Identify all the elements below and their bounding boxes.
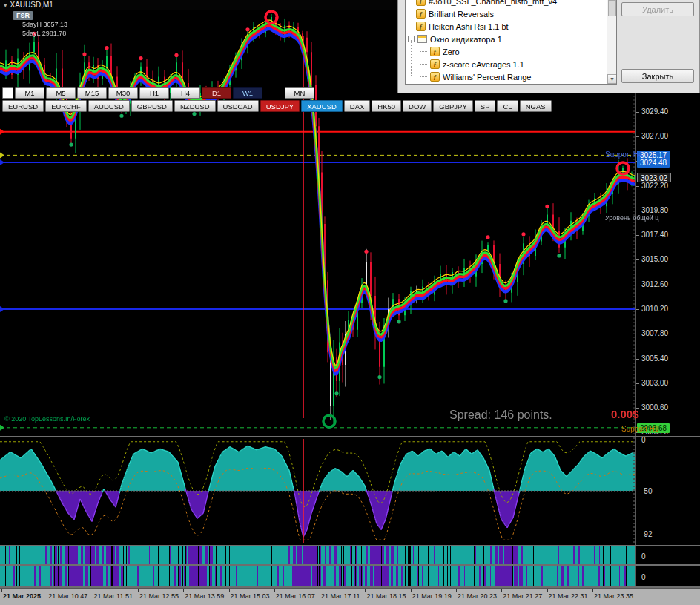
price-scale-tick: 3027.00 <box>641 132 668 141</box>
symbol-tab-xauusd[interactable]: XAUUSD <box>301 100 343 112</box>
timeframe-button-h1[interactable]: H1 <box>139 87 169 99</box>
time-axis-tick <box>547 589 548 592</box>
symbol-tab-audusd[interactable]: AUDUSD <box>88 100 130 112</box>
function-icon: ƒ <box>430 72 440 82</box>
tree-connector-line <box>411 40 412 76</box>
time-axis-label: 21 Mar 17:11 <box>321 592 360 600</box>
panel-separator[interactable] <box>0 545 700 546</box>
price-scale-tick: 3010.20 <box>641 305 668 314</box>
oscillator-canvas[interactable] <box>0 437 635 545</box>
function-icon: ƒ <box>430 47 440 56</box>
price-scale-tick: 3012.60 <box>641 280 668 289</box>
indicator-name: z-score eAverages 1.1 <box>443 60 524 69</box>
arrow-down-icon: ▼ <box>610 76 615 82</box>
support-h4-label: Support H4 <box>605 151 643 159</box>
time-axis-tick <box>501 589 502 592</box>
price-scale-tick: 3003.00 <box>641 379 668 388</box>
time-axis-tick <box>592 589 593 592</box>
function-icon: ƒ <box>430 59 440 69</box>
indicator-name: Heiken Ashi Rsi 1.1 bt <box>429 22 509 31</box>
time-axis-label: 21 Mar 2025 <box>3 592 41 600</box>
time-axis-label: 21 Mar 20:23 <box>458 592 497 600</box>
symbol-tab-nzdusd[interactable]: NZDUSD <box>174 100 216 112</box>
time-axis: 21 Mar 202521 Mar 10:4721 Mar 11:5121 Ma… <box>0 588 700 605</box>
indicator-list-item[interactable]: −Окно индикатора 1 <box>406 33 616 45</box>
indicators-dialog: ƒ#3o10_SSL_Channel_histo_mtf_v4ƒBrillian… <box>397 0 700 93</box>
timeframe-button-h4[interactable]: H4 <box>171 87 200 99</box>
timeframe-button-m15[interactable]: M15 <box>77 87 107 99</box>
symbol-tab-cl[interactable]: CL <box>497 100 518 112</box>
time-axis-label: 21 Mar 19:19 <box>412 592 452 600</box>
symbol-tab-ngas[interactable]: NGAS <box>520 100 552 112</box>
time-axis-label: 21 Mar 18:15 <box>366 592 406 600</box>
timeframe-button-mn[interactable]: MN <box>285 87 314 99</box>
delete-indicator-button[interactable]: Удалить <box>621 2 694 16</box>
timeframe-button-w1[interactable]: W1 <box>233 87 262 99</box>
chevron-down-icon[interactable]: ▾ <box>4 1 7 9</box>
panel-separator[interactable] <box>0 436 700 437</box>
symbol-tab-eurchf[interactable]: EURCHF <box>45 100 87 112</box>
time-axis-label: 21 Mar 13:59 <box>185 592 224 600</box>
chart-template-button[interactable] <box>2 87 13 99</box>
time-axis-label: 21 Mar 22:31 <box>549 592 588 600</box>
indicator-list-scrollbar[interactable]: ▼ <box>607 0 616 84</box>
symbol-toolbar: EURUSDEURCHFAUDUSDGBPUSDNZDUSDUSDCADUSDJ… <box>2 100 552 112</box>
close-dialog-button[interactable]: Закрыть <box>621 69 694 83</box>
price-scale: 3029.403027.003024.603022.203019.803017.… <box>635 10 700 588</box>
timeframe-button-m5[interactable]: M5 <box>46 87 76 99</box>
oscillator-scale-label: -92 <box>641 530 652 538</box>
ribbon-scale-label: 0 <box>641 552 646 561</box>
time-axis-tick <box>411 589 412 592</box>
indicator-list-item[interactable]: ƒBrilliant Reversals <box>406 7 616 20</box>
symbol-tab-sp[interactable]: SP <box>475 100 496 112</box>
price-badge: 3023.02 <box>637 173 671 182</box>
ribbon-scale-label: 0 <box>641 573 646 581</box>
amount-label: 0.00$ <box>611 408 639 420</box>
panel-separator[interactable] <box>0 564 700 566</box>
symbol-tab-usdjpy[interactable]: USDJPY <box>260 100 300 112</box>
fsr-badge: FSR <box>13 11 33 20</box>
indicator-list: ƒ#3o10_SSL_Channel_histo_mtf_v4ƒBrillian… <box>405 0 617 85</box>
scrollbar-thumb[interactable] <box>608 0 616 16</box>
level-description-label: Уровень общей ц <box>605 214 658 222</box>
histogram-ribbon-1-canvas[interactable] <box>0 546 635 564</box>
time-axis-tick <box>365 589 366 592</box>
indicator-list-item[interactable]: ƒHeiken Ashi Rsi 1.1 bt <box>406 20 616 33</box>
indicator-name: Williams' Percent Range <box>443 73 531 82</box>
timeframe-button-m30[interactable]: M30 <box>108 87 138 99</box>
dialog-button-panel: Удалить Закрыть <box>618 0 699 93</box>
indicator-list-item[interactable]: ƒ#3o10_SSL_Channel_histo_mtf_v4 <box>406 0 616 7</box>
time-axis-tick <box>47 589 47 592</box>
time-axis-label: 21 Mar 12:55 <box>139 592 179 600</box>
timeframe-button-d1[interactable]: D1 <box>202 87 231 99</box>
time-axis-label: 21 Mar 16:07 <box>276 592 315 600</box>
symbol-tab-hk50[interactable]: HK50 <box>372 100 401 112</box>
indicator-list-item[interactable]: ƒWilliams' Percent Range <box>406 70 616 83</box>
time-axis-label: 21 Mar 10:47 <box>48 592 88 600</box>
time-axis-tick <box>93 589 93 592</box>
scroll-down-button[interactable]: ▼ <box>607 74 617 84</box>
time-axis-label: 21 Mar 23:35 <box>594 592 633 600</box>
indicator-name: Brilliant Reversals <box>429 10 494 19</box>
time-axis-tick <box>320 589 320 592</box>
symbol-tab-gbpusd[interactable]: GBPUSD <box>131 100 173 112</box>
symbol-tab-dax[interactable]: DAX <box>344 100 371 112</box>
time-axis-tick <box>1 589 2 592</box>
indicator-name: Zero <box>443 47 460 56</box>
five-day-low-label: 5dayL 2981.78 <box>22 30 66 37</box>
timeframe-button-m1[interactable]: M1 <box>15 87 44 99</box>
symbol-tab-dow[interactable]: DOW <box>403 100 432 112</box>
price-scale-tick: 3017.40 <box>641 231 668 239</box>
price-scale-tick: 3015.00 <box>641 255 668 264</box>
tree-branch-line <box>420 51 427 52</box>
indicator-list-item[interactable]: ƒZero <box>406 45 616 58</box>
histogram-ribbon-2-canvas[interactable] <box>0 566 635 586</box>
indicator-list-item[interactable]: ƒz-score eAverages 1.1 <box>406 58 616 70</box>
function-icon: ƒ <box>416 0 426 6</box>
price-scale-tick: 3005.40 <box>641 354 668 363</box>
indicator-window-icon <box>417 35 427 43</box>
symbol-tab-usdcad[interactable]: USDCAD <box>217 100 259 112</box>
tree-branch-line <box>420 76 427 77</box>
symbol-tab-gbpjpy[interactable]: GBPJPY <box>433 100 473 112</box>
symbol-tab-eurusd[interactable]: EURUSD <box>2 100 44 112</box>
